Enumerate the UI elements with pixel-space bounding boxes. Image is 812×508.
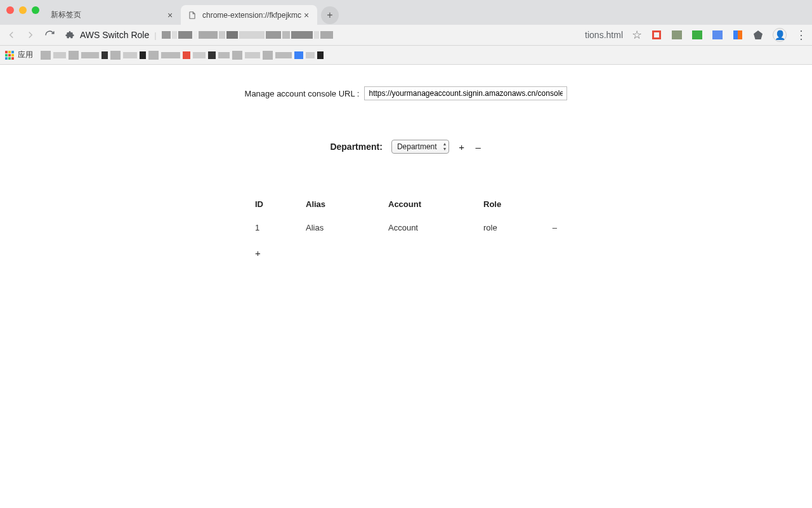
tab-strip: 新标签页 × chrome-extension://fkfpejkmc × + (0, 5, 812, 25)
star-icon[interactable]: ☆ (632, 28, 642, 42)
browser-tab-0[interactable]: 新标签页 × (44, 5, 181, 25)
page-title-in-addr: AWS Switch Role (80, 30, 149, 40)
manage-url-label: Manage account console URL : (245, 89, 360, 98)
page-content: Manage account console URL : Department:… (0, 65, 812, 267)
kebab-menu-icon[interactable]: ⋮ (796, 28, 807, 42)
add-department-button[interactable]: + (458, 142, 466, 152)
remove-department-button[interactable]: – (475, 142, 482, 152)
bookmarks-bar: 应用 (0, 46, 812, 65)
table-header-row: ID Alias Account Role (252, 196, 560, 217)
extension-icon (65, 30, 75, 40)
window-controls (6, 6, 39, 14)
reload-icon[interactable] (43, 29, 56, 41)
url-visible-tail: tions.html (585, 30, 623, 40)
browser-tab-1[interactable]: chrome-extension://fkfpejkmc × (181, 5, 317, 25)
address-bar[interactable]: AWS Switch Role | tions.html (62, 30, 625, 40)
cell-account[interactable]: Account (386, 217, 481, 239)
bookmarks-obscured (41, 51, 324, 60)
profile-avatar-icon[interactable]: 👤 (773, 28, 787, 42)
close-tab-icon[interactable]: × (302, 11, 311, 20)
department-row: Department: Department ▴▾ + – (0, 140, 812, 154)
close-tab-icon[interactable]: × (166, 11, 174, 20)
ext-icon-5[interactable] (732, 29, 743, 41)
department-label: Department: (330, 142, 382, 152)
cell-alias[interactable]: Alias (303, 217, 386, 239)
col-account: Account (386, 196, 481, 217)
cell-id: 1 (252, 217, 303, 239)
ext-icon-4[interactable] (712, 29, 723, 41)
forward-icon[interactable] (24, 29, 37, 41)
col-role: Role (481, 196, 544, 217)
new-tab-button[interactable]: + (321, 6, 339, 24)
ext-icon-6[interactable] (752, 29, 764, 41)
apps-label: 应用 (18, 50, 33, 60)
browser-chrome: 新标签页 × chrome-extension://fkfpejkmc × + … (0, 0, 812, 65)
minimize-window-icon[interactable] (19, 6, 27, 14)
ext-icon-1[interactable] (651, 29, 662, 41)
apps-grid-icon (5, 51, 14, 60)
ext-icon-2[interactable] (671, 29, 683, 41)
roles-table: ID Alias Account Role 1 Alias Account ro… (252, 196, 560, 267)
close-window-icon[interactable] (6, 6, 14, 14)
ext-icon-3[interactable] (691, 29, 703, 41)
manage-url-input[interactable] (364, 86, 567, 100)
table-row: 1 Alias Account role – (252, 217, 560, 239)
add-row-button[interactable]: + (255, 248, 261, 258)
tab-title: 新标签页 (51, 10, 166, 20)
file-icon (187, 10, 197, 20)
col-alias: Alias (303, 196, 386, 217)
select-caret-icon: ▴▾ (443, 142, 446, 152)
tab-title: chrome-extension://fkfpejkmc (202, 11, 302, 20)
toolbar: AWS Switch Role | tions.html ☆ 👤 ⋮ (0, 25, 812, 46)
url-obscured (162, 30, 580, 40)
maximize-window-icon[interactable] (32, 6, 39, 14)
manage-url-row: Manage account console URL : (0, 86, 812, 100)
back-icon[interactable] (5, 29, 18, 41)
apps-button[interactable]: 应用 (5, 50, 33, 60)
col-id: ID (252, 196, 303, 217)
remove-row-button[interactable]: – (553, 223, 557, 232)
toolbar-right: ☆ 👤 ⋮ (632, 28, 807, 42)
cell-role[interactable]: role (481, 217, 544, 239)
department-select-value: Department (397, 142, 437, 151)
department-select[interactable]: Department ▴▾ (391, 140, 449, 154)
